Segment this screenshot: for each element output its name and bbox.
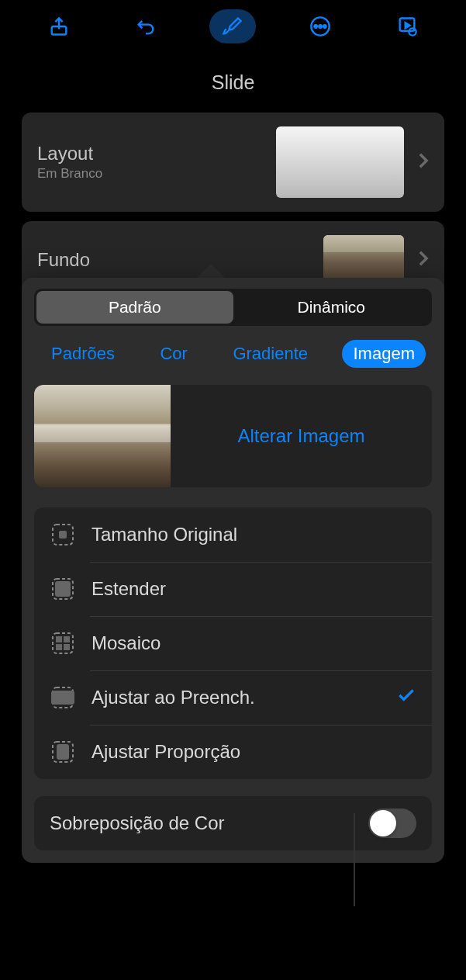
color-overlay-row: Sobreposição de Cor bbox=[34, 796, 432, 850]
undo-button[interactable] bbox=[123, 9, 169, 43]
tile-icon bbox=[50, 630, 76, 656]
svg-rect-11 bbox=[53, 633, 73, 653]
svg-rect-19 bbox=[57, 744, 69, 760]
tab-cor[interactable]: Cor bbox=[149, 340, 198, 368]
layout-label: Layout bbox=[37, 143, 276, 164]
layout-row[interactable]: Layout Em Branco bbox=[22, 113, 444, 212]
checkmark-icon bbox=[396, 685, 416, 711]
segment-padrao[interactable]: Padrão bbox=[36, 291, 233, 324]
share-icon bbox=[48, 16, 70, 37]
svg-rect-17 bbox=[51, 691, 74, 705]
original-size-icon bbox=[50, 521, 76, 548]
callout-line bbox=[354, 813, 355, 906]
option-label: Estender bbox=[91, 578, 416, 600]
change-image-button[interactable]: Alterar Imagem bbox=[171, 425, 432, 447]
image-selector: Alterar Imagem bbox=[34, 385, 432, 487]
fill-tabs: Padrões Cor Gradiente Imagem bbox=[34, 340, 432, 368]
presentation-icon bbox=[396, 16, 418, 37]
share-button[interactable] bbox=[36, 9, 82, 43]
paintbrush-icon bbox=[222, 16, 243, 37]
option-label: Tamanho Original bbox=[91, 524, 416, 545]
option-original-size[interactable]: Tamanho Original bbox=[34, 507, 432, 562]
svg-rect-8 bbox=[59, 531, 67, 538]
overlay-label: Sobreposição de Cor bbox=[50, 812, 368, 834]
option-stretch[interactable]: Estender bbox=[34, 562, 432, 616]
more-icon bbox=[309, 16, 331, 37]
option-tile[interactable]: Mosaico bbox=[34, 616, 432, 670]
panel-title: Slide bbox=[0, 50, 466, 113]
tab-gradiente[interactable]: Gradiente bbox=[222, 340, 319, 368]
svg-rect-13 bbox=[64, 636, 70, 642]
scale-fit-icon bbox=[50, 739, 76, 765]
option-label: Mosaico bbox=[91, 632, 416, 654]
format-button[interactable] bbox=[209, 9, 256, 43]
svg-point-4 bbox=[323, 25, 326, 28]
popover-pointer bbox=[197, 264, 225, 278]
image-preview bbox=[34, 385, 171, 487]
undo-icon bbox=[135, 16, 157, 37]
present-button[interactable] bbox=[384, 9, 430, 43]
tab-imagem[interactable]: Imagem bbox=[342, 340, 425, 368]
layout-thumbnail bbox=[276, 126, 404, 198]
chevron-right-icon bbox=[418, 152, 429, 172]
stretch-icon bbox=[50, 576, 76, 602]
option-label: Ajustar ao Preench. bbox=[91, 687, 396, 708]
svg-rect-15 bbox=[64, 644, 70, 650]
svg-rect-14 bbox=[56, 644, 62, 650]
scale-fill-icon bbox=[50, 684, 76, 711]
scale-options-list: Tamanho Original Estender bbox=[34, 507, 432, 779]
option-scale-fill[interactable]: Ajustar ao Preench. bbox=[34, 670, 432, 725]
tab-padroes[interactable]: Padrões bbox=[40, 340, 126, 368]
svg-point-3 bbox=[319, 25, 322, 28]
option-scale-fit[interactable]: Ajustar Proporção bbox=[34, 725, 432, 779]
segmented-control: Padrão Dinâmico bbox=[34, 289, 432, 326]
svg-rect-10 bbox=[55, 581, 71, 597]
svg-point-2 bbox=[314, 25, 317, 28]
background-popover: Padrão Dinâmico Padrões Cor Gradiente Im… bbox=[22, 278, 444, 863]
top-toolbar bbox=[0, 0, 466, 50]
overlay-switch[interactable] bbox=[368, 809, 416, 838]
layout-sublabel: Em Branco bbox=[37, 166, 276, 182]
switch-knob bbox=[370, 810, 396, 836]
svg-rect-12 bbox=[56, 636, 62, 642]
option-label: Ajustar Proporção bbox=[91, 741, 416, 763]
more-button[interactable] bbox=[297, 9, 343, 43]
segment-dinamico[interactable]: Dinâmico bbox=[233, 291, 430, 324]
